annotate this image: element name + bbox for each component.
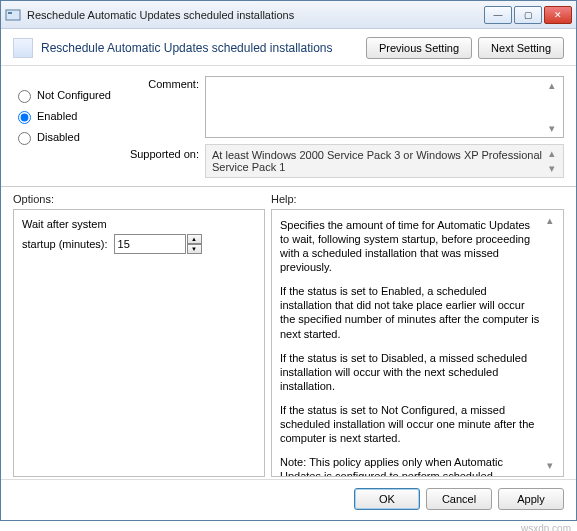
svg-rect-0 bbox=[6, 10, 20, 20]
scroll-up-icon[interactable]: ▴ bbox=[549, 147, 561, 160]
scroll-up-icon[interactable]: ▴ bbox=[547, 214, 559, 227]
help-text: If the status is set to Not Configured, … bbox=[280, 403, 541, 445]
startup-minutes-input[interactable] bbox=[114, 234, 186, 254]
comment-scrollbar[interactable]: ▴▾ bbox=[549, 79, 561, 135]
close-button[interactable]: ✕ bbox=[544, 6, 572, 24]
spin-down-button[interactable]: ▼ bbox=[187, 244, 202, 254]
next-setting-button[interactable]: Next Setting bbox=[478, 37, 564, 59]
radio-enabled-label: Enabled bbox=[37, 110, 77, 122]
titlebar[interactable]: Reschedule Automatic Updates scheduled i… bbox=[1, 1, 576, 29]
scroll-down-icon[interactable]: ▾ bbox=[549, 162, 561, 175]
options-panel: Wait after system startup (minutes): ▲ ▼ bbox=[13, 209, 265, 477]
help-heading: Help: bbox=[271, 193, 564, 205]
scroll-down-icon[interactable]: ▾ bbox=[549, 122, 561, 135]
comment-label: Comment: bbox=[123, 76, 205, 138]
help-text: Note: This policy applies only when Auto… bbox=[280, 455, 541, 477]
help-text: If the status is set to Enabled, a sched… bbox=[280, 284, 541, 340]
help-scrollbar[interactable]: ▴▾ bbox=[547, 214, 559, 472]
options-heading: Options: bbox=[13, 193, 265, 205]
radio-not-configured[interactable]: Not Configured bbox=[13, 87, 123, 103]
header: Reschedule Automatic Updates scheduled i… bbox=[1, 29, 576, 66]
help-text: If the status is set to Disabled, a miss… bbox=[280, 351, 541, 393]
state-radiogroup: Not Configured Enabled Disabled bbox=[13, 72, 123, 178]
cancel-button[interactable]: Cancel bbox=[426, 488, 492, 510]
radio-enabled[interactable]: Enabled bbox=[13, 108, 123, 124]
radio-disabled-label: Disabled bbox=[37, 131, 80, 143]
scroll-up-icon[interactable]: ▴ bbox=[549, 79, 561, 92]
help-text: Specifies the amount of time for Automat… bbox=[280, 218, 541, 274]
dialog-window: Reschedule Automatic Updates scheduled i… bbox=[0, 0, 577, 521]
page-title: Reschedule Automatic Updates scheduled i… bbox=[41, 41, 360, 55]
scroll-down-icon[interactable]: ▾ bbox=[547, 459, 559, 472]
radio-disabled[interactable]: Disabled bbox=[13, 129, 123, 145]
policy-icon bbox=[13, 38, 33, 58]
previous-setting-button[interactable]: Previous Setting bbox=[366, 37, 472, 59]
radio-not-configured-input[interactable] bbox=[18, 90, 31, 103]
footer: OK Cancel Apply bbox=[1, 479, 576, 520]
apply-button[interactable]: Apply bbox=[498, 488, 564, 510]
help-panel: Specifies the amount of time for Automat… bbox=[271, 209, 564, 477]
radio-disabled-input[interactable] bbox=[18, 132, 31, 145]
comment-textarea[interactable]: ▴▾ bbox=[205, 76, 564, 138]
startup-minutes-label: startup (minutes): bbox=[22, 238, 108, 250]
watermark: wsxdn.com bbox=[0, 521, 577, 531]
spin-up-button[interactable]: ▲ bbox=[187, 234, 202, 244]
svg-rect-1 bbox=[8, 12, 12, 14]
ok-button[interactable]: OK bbox=[354, 488, 420, 510]
wait-after-system-label: Wait after system bbox=[22, 218, 256, 230]
app-icon bbox=[5, 7, 21, 23]
maximize-button[interactable]: ▢ bbox=[514, 6, 542, 24]
supported-label: Supported on: bbox=[123, 144, 205, 160]
config-area: Not Configured Enabled Disabled Comment:… bbox=[1, 66, 576, 187]
window-title: Reschedule Automatic Updates scheduled i… bbox=[27, 9, 484, 21]
supported-scrollbar[interactable]: ▴▾ bbox=[549, 147, 561, 175]
supported-on-box: At least Windows 2000 Service Pack 3 or … bbox=[205, 144, 564, 178]
radio-enabled-input[interactable] bbox=[18, 111, 31, 124]
radio-not-configured-label: Not Configured bbox=[37, 89, 111, 101]
supported-on-text: At least Windows 2000 Service Pack 3 or … bbox=[212, 149, 542, 173]
minimize-button[interactable]: — bbox=[484, 6, 512, 24]
